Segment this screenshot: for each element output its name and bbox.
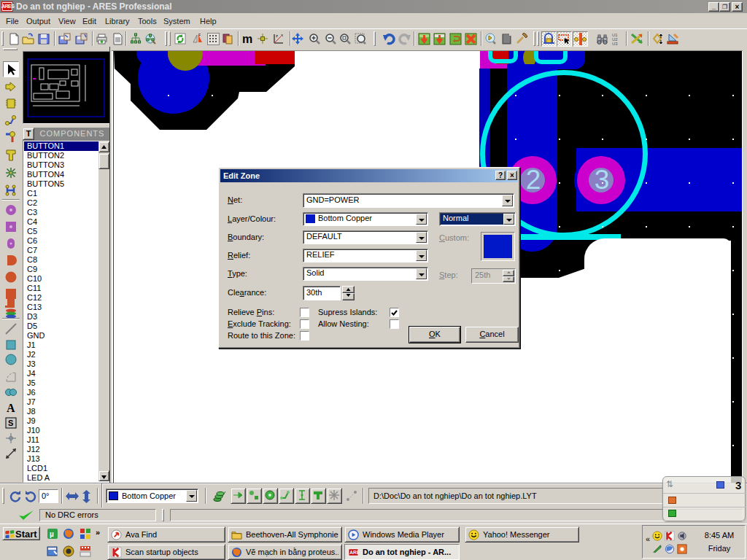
svg-text:F: F — [198, 33, 201, 37]
svg-text:µ: µ — [50, 530, 54, 538]
svg-text:ARES: ARES — [349, 550, 359, 555]
svg-text:A: A — [7, 402, 15, 414]
svg-text:U3: U3 — [612, 42, 618, 45]
svg-text:z: z — [276, 34, 278, 38]
svg-text:x: x — [281, 33, 283, 37]
svg-text:m: m — [242, 33, 252, 45]
svg-text:S: S — [8, 419, 13, 427]
